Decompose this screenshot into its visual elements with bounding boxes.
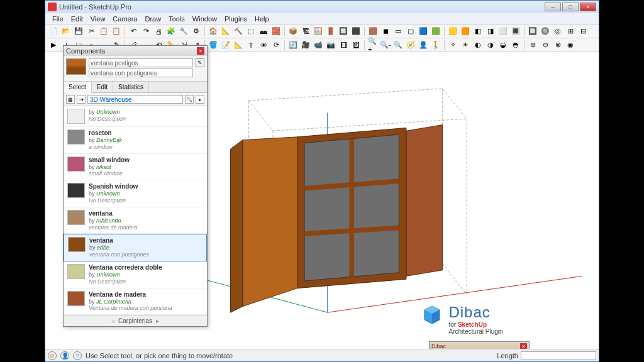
view-mode-icon[interactable]: ▦ — [66, 95, 75, 104]
toolbar-1-btn-30[interactable]: 🟨 — [447, 26, 458, 37]
toolbar-2-btn-37[interactable]: ⊖ — [540, 40, 551, 51]
component-item[interactable]: Spanish windowby UnknownNo Description — [64, 180, 207, 207]
toolbar-1-btn-14[interactable]: 🔨 — [233, 26, 244, 37]
toolbar-2-btn-13[interactable]: 📝 — [220, 40, 231, 51]
toolbar-1-btn-0[interactable]: 📄 — [48, 26, 59, 37]
toolbar-2-btn-30[interactable]: ✧ — [447, 40, 458, 51]
toolbar-1-btn-17[interactable]: 🧱 — [270, 26, 282, 37]
status-info-icon[interactable]: ⊘ — [48, 351, 57, 360]
toolbar-2-btn-14[interactable]: 📐 — [233, 40, 244, 51]
component-item[interactable]: ventanaby rubicundoventana de madera — [64, 207, 207, 234]
toolbar-1-btn-31[interactable]: 🟧 — [460, 26, 471, 37]
components-close-icon[interactable]: × — [197, 47, 204, 55]
toolbar-1-btn-10[interactable]: 🔧 — [178, 26, 189, 37]
components-pin-icon[interactable]: ✎ — [196, 58, 204, 67]
toolbar-1-btn-1[interactable]: 📂 — [60, 26, 72, 37]
minimize-button[interactable]: – — [545, 3, 561, 11]
menu-camera[interactable]: Camera — [109, 15, 140, 23]
toolbar-1-btn-6[interactable]: ↶ — [128, 26, 139, 37]
toolbar-1-btn-37[interactable]: 🔘 — [540, 26, 551, 37]
toolbar-1-btn-19[interactable]: 🏗 — [300, 26, 311, 37]
toolbar-1-btn-24[interactable]: 🟫 — [367, 26, 379, 37]
toolbar-2-btn-27[interactable]: 🧭 — [405, 40, 416, 51]
toolbar-1-btn-33[interactable]: ◨ — [485, 26, 496, 37]
toolbar-2-btn-26[interactable]: 🔍 — [392, 40, 404, 51]
toolbar-2-btn-29[interactable]: 🚶 — [430, 40, 441, 51]
component-item[interactable]: Ventana de maderaby JL CarpinteriaVentan… — [64, 288, 207, 315]
toolbar-1-btn-40[interactable]: ⊟ — [577, 26, 589, 37]
toolbar-2-btn-12[interactable]: 🪣 — [208, 40, 219, 51]
toolbar-1-btn-21[interactable]: 🚪 — [325, 26, 336, 37]
close-button[interactable]: × — [580, 3, 596, 11]
toolbar-2-btn-38[interactable]: ⊗ — [552, 40, 564, 51]
toolbar-1-btn-7[interactable]: ↷ — [140, 26, 152, 37]
component-desc-field[interactable] — [89, 69, 193, 77]
toolbar-1-btn-29[interactable]: 🟩 — [430, 26, 441, 37]
menu-tools[interactable]: Tools — [165, 15, 188, 23]
toolbar-2-btn-24[interactable]: 🔍+ — [367, 40, 379, 51]
components-tab-statistics[interactable]: Statistics — [113, 82, 149, 92]
toolbar-2-btn-16[interactable]: 👁 — [258, 40, 269, 51]
toolbar-1-btn-11[interactable]: ⚙ — [191, 26, 202, 37]
components-panel[interactable]: Components × ✎ SelectEditStatistics ▦ ⌂▾… — [63, 45, 208, 327]
toolbar-1-btn-12[interactable]: 🏠 — [208, 26, 219, 37]
toolbar-1-btn-9[interactable]: 🧩 — [165, 26, 177, 37]
components-tab-edit[interactable]: Edit — [92, 82, 113, 92]
toolbar-1-btn-25[interactable]: ◼ — [380, 26, 391, 37]
home-icon[interactable]: ⌂▾ — [77, 95, 86, 104]
toolbar-1-btn-15[interactable]: ⬚ — [245, 26, 257, 37]
toolbar-2-btn-22[interactable]: 🎞 — [338, 40, 349, 51]
components-tab-select[interactable]: Select — [64, 82, 92, 93]
toolbar-1-btn-38[interactable]: ◎ — [552, 26, 564, 37]
toolbar-1-btn-35[interactable]: 🔳 — [510, 26, 521, 37]
details-arrow-icon[interactable]: ▸ — [196, 95, 204, 104]
menu-file[interactable]: File — [49, 15, 67, 23]
toolbar-1-btn-39[interactable]: ⊞ — [565, 26, 576, 37]
toolbar-1-btn-27[interactable]: ▢ — [405, 26, 416, 37]
toolbar-2-btn-21[interactable]: 📷 — [325, 40, 336, 51]
toolbar-2-btn-0[interactable]: ▶ — [48, 40, 59, 51]
toolbar-2-btn-32[interactable]: ◐ — [472, 40, 484, 51]
toolbar-2-btn-18[interactable]: 🔄 — [287, 40, 299, 51]
toolbar-1-btn-28[interactable]: 🟦 — [418, 26, 429, 37]
components-header[interactable]: Components × — [64, 46, 207, 56]
menu-help[interactable]: Help — [252, 15, 272, 23]
component-item[interactable]: small windowby niksotsmall window — [64, 154, 207, 181]
toolbar-2-btn-34[interactable]: ◒ — [497, 40, 509, 51]
search-icon[interactable]: 🔍 — [185, 95, 194, 104]
toolbar-1-btn-22[interactable]: 🔲 — [338, 26, 349, 37]
toolbar-2-btn-25[interactable]: 🔍- — [380, 40, 391, 51]
toolbar-1-btn-26[interactable]: ▭ — [392, 26, 404, 37]
component-item[interactable]: by UnknownNo Description — [64, 106, 207, 127]
toolbar-1-btn-16[interactable]: 🏘 — [258, 26, 269, 37]
component-item[interactable]: ventanaby edbeventana con postigones — [64, 234, 207, 261]
toolbar-2-btn-35[interactable]: ◓ — [510, 40, 521, 51]
length-input[interactable] — [521, 351, 596, 360]
toolbar-2-btn-20[interactable]: 📹 — [313, 40, 324, 51]
toolbar-1-btn-2[interactable]: 💾 — [73, 26, 84, 37]
status-help-icon[interactable]: ? — [73, 351, 82, 360]
component-name-field[interactable] — [89, 58, 193, 67]
toolbar-1-btn-3[interactable]: ✂ — [86, 26, 97, 37]
toolbar-1-btn-23[interactable]: ⬛ — [350, 26, 362, 37]
menu-edit[interactable]: Edit — [68, 15, 86, 23]
toolbar-2-btn-28[interactable]: 👤 — [418, 40, 429, 51]
components-source-field[interactable] — [87, 95, 183, 104]
components-list[interactable]: by UnknownNo Descriptionrosetonby DannyD… — [64, 106, 207, 315]
toolbar-1-btn-32[interactable]: ◧ — [472, 26, 484, 37]
toolbar-2-btn-36[interactable]: ⊕ — [527, 40, 538, 51]
toolbar-2-btn-33[interactable]: ◑ — [485, 40, 496, 51]
toolbar-1-btn-36[interactable]: 🔲 — [527, 26, 538, 37]
toolbar-1-btn-5[interactable]: 📋 — [111, 26, 122, 37]
toolbar-1-btn-18[interactable]: 📦 — [287, 26, 299, 37]
menu-plugins[interactable]: Plugins — [221, 15, 250, 23]
menu-draw[interactable]: Draw — [142, 15, 164, 23]
toolbar-1-btn-13[interactable]: 📐 — [220, 26, 231, 37]
toolbar-1-btn-8[interactable]: 🖨 — [153, 26, 164, 37]
toolbar-1-btn-20[interactable]: 🪟 — [313, 26, 324, 37]
menu-window[interactable]: Window — [189, 15, 220, 23]
toolbar-2-btn-15[interactable]: T — [245, 40, 257, 51]
maximize-button[interactable]: □ — [562, 3, 579, 11]
menu-view[interactable]: View — [87, 15, 109, 23]
toolbar-1-btn-34[interactable]: ⬜ — [497, 26, 509, 37]
